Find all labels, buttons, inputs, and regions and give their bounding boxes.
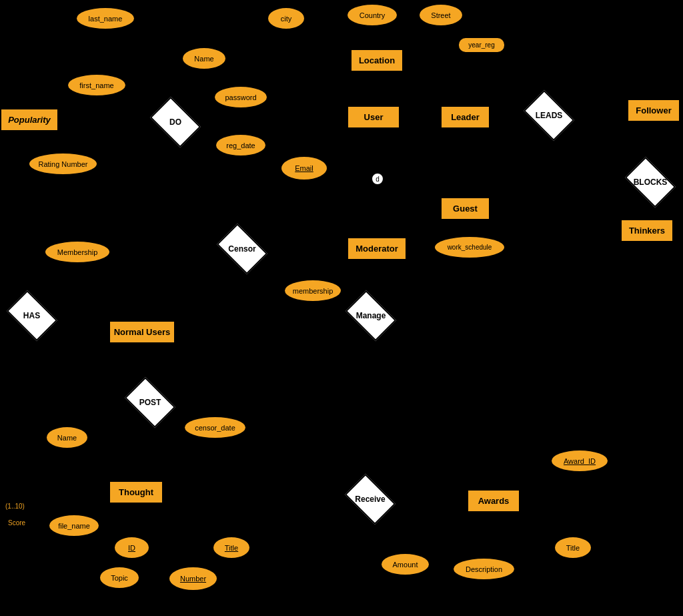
entity-awards: Awards <box>467 489 520 513</box>
attr-censor-date: censor_date <box>183 416 247 439</box>
svg-line-12 <box>148 122 177 320</box>
svg-line-28 <box>260 249 354 250</box>
svg-line-33 <box>147 317 352 332</box>
attr-country: Country <box>346 3 398 27</box>
svg-line-1 <box>377 29 378 49</box>
svg-line-14 <box>68 117 152 119</box>
circle-d: d <box>371 172 384 186</box>
entity-follower: Follower <box>627 99 680 122</box>
svg-line-45 <box>384 499 477 501</box>
svg-line-26 <box>370 185 372 237</box>
relationship-manage: Manage <box>344 299 398 332</box>
svg-line-40 <box>142 504 241 539</box>
entity-leader: Leader <box>440 105 490 129</box>
entity-location: Location <box>350 49 404 72</box>
relationship-receive: Receive <box>344 483 397 516</box>
relationship-censor: Censor <box>215 232 269 266</box>
er-diagram: User Location Leader Follower Thinkers G… <box>0 0 683 616</box>
svg-line-13 <box>151 122 180 320</box>
attr-title-award: Title <box>554 536 592 559</box>
relationship-do: DO <box>152 105 199 139</box>
svg-line-22 <box>650 129 654 166</box>
attr-street: Street <box>418 3 464 27</box>
svg-line-11 <box>223 117 347 122</box>
attr-name-user: Name <box>181 47 227 70</box>
attr-description: Description <box>452 557 516 581</box>
attr-rating-number: Rating Number <box>28 152 98 176</box>
svg-line-35 <box>145 410 147 481</box>
svg-line-16 <box>41 123 87 256</box>
svg-line-10 <box>322 129 354 167</box>
entity-moderator: Moderator <box>347 237 407 260</box>
entity-user: User <box>347 105 400 129</box>
attr-file-name: file_name <box>48 514 100 537</box>
entity-popularity: Popularity <box>0 108 59 131</box>
attr-email: Email <box>280 156 328 181</box>
entity-thought: Thought <box>109 481 163 504</box>
attr-work-schedule: work_schedule <box>434 236 506 259</box>
relationship-post: POST <box>127 386 173 419</box>
attr-year-reg: year_reg <box>458 37 506 53</box>
svg-line-18 <box>52 318 117 332</box>
label-range: (1..10) <box>5 503 25 510</box>
relationship-has: HAS <box>10 300 53 330</box>
attr-id-thought: ID <box>113 536 150 559</box>
svg-line-42 <box>137 504 202 571</box>
svg-line-44 <box>172 492 352 499</box>
svg-line-50 <box>223 260 237 429</box>
attr-name-thought: Name <box>45 426 89 449</box>
attr-topic: Topic <box>99 566 140 589</box>
entity-normal-users: Normal Users <box>109 320 175 344</box>
svg-line-32 <box>374 317 482 489</box>
attr-first-name: first_name <box>67 73 127 97</box>
attr-number: Number <box>168 566 218 591</box>
attr-award-id: Award_ID <box>550 449 609 473</box>
svg-line-51 <box>87 267 123 320</box>
svg-line-3 <box>302 24 364 49</box>
relationship-leads: LEADS <box>522 99 576 132</box>
relationship-blocks: BLOCKS <box>624 166 677 199</box>
attr-membership: Membership <box>44 240 111 264</box>
svg-line-9 <box>290 119 347 148</box>
attr-membership2: membership <box>283 279 342 302</box>
svg-line-48 <box>494 506 500 561</box>
attr-last-name: last_name <box>75 7 135 30</box>
label-score: Score <box>8 519 25 527</box>
attr-reg-date: reg_date <box>215 133 267 157</box>
svg-line-39 <box>123 504 140 539</box>
entity-thinkers: Thinkers <box>620 219 674 242</box>
svg-line-0 <box>374 72 377 105</box>
attr-amount: Amount <box>380 553 430 576</box>
attr-password: password <box>213 85 268 109</box>
attr-city: city <box>267 7 305 30</box>
svg-line-8 <box>293 100 347 109</box>
attr-title-thought: Title <box>212 536 251 559</box>
entity-guest: Guest <box>440 197 490 220</box>
